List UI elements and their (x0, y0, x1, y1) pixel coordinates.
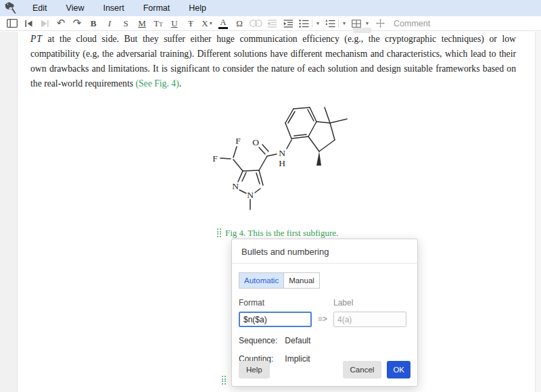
divider (232, 263, 417, 264)
menu-insert[interactable]: Insert (93, 0, 133, 16)
panel-icon (7, 19, 18, 28)
paragraph-text: at the cloud side. But they suffer eithe… (30, 34, 516, 89)
bullet-list-group: ▾ (297, 17, 322, 30)
redo-icon: ↷ (73, 18, 82, 28)
sequence-row: Sequence: Default (239, 336, 408, 345)
table-icon (352, 20, 361, 28)
menu-view[interactable]: View (57, 0, 94, 16)
document-area: PT at the cloud side. But they suffer ei… (0, 32, 541, 392)
menu-help[interactable]: Help (179, 0, 216, 16)
cancel-button[interactable]: Cancel (343, 361, 382, 378)
tab-manual[interactable]: Manual (283, 272, 320, 289)
skip-start-button[interactable] (20, 17, 37, 30)
left-gutter (0, 32, 18, 392)
label-label: Label (333, 298, 406, 308)
undo-icon: ↶ (57, 18, 66, 28)
tt-large: T (154, 18, 159, 29)
numbered-list-group: ▾ (323, 17, 348, 30)
dialog-footer: Help Cancel OK (239, 361, 410, 378)
bullet-list-dropdown[interactable]: ▾ (314, 20, 322, 26)
atom-label-f-left: F (212, 153, 218, 164)
texmacs-editor-window: Edit View Insert Format Help ↶ ↷ B I S M… (0, 0, 541, 392)
dialog-tabs: Automatic Manual (239, 272, 408, 289)
dialog-title: Bullets and numbering (232, 239, 417, 263)
redo-button[interactable]: ↷ (69, 17, 85, 30)
label-preview-input (333, 312, 406, 327)
format-label: Format (239, 298, 312, 308)
chevron-down-icon: ▾ (210, 20, 212, 26)
undo-button[interactable]: ↶ (53, 17, 69, 30)
bullet-list-icon (299, 20, 309, 28)
move-button[interactable] (372, 17, 388, 30)
comment-label[interactable]: Comment (394, 19, 430, 28)
bullet-list-button[interactable] (297, 17, 310, 30)
maps-to-arrow: => (318, 314, 327, 324)
numbered-list-icon (325, 20, 335, 28)
font-color-icon: A (218, 18, 228, 29)
molecule-figure: F F O N H N N (188, 94, 367, 218)
atom-label-n-amide: N (279, 148, 285, 158)
atom-label-n-ring-left: N (232, 181, 239, 191)
atom-label-h-amide: H (279, 158, 285, 168)
caption-drag-handle-2[interactable] (222, 376, 226, 385)
scripts-dropdown-button[interactable]: X▾ (199, 17, 215, 30)
smallcaps-button[interactable]: S (118, 17, 134, 30)
ok-button[interactable]: OK (387, 361, 410, 378)
app-logo (0, 0, 23, 16)
tab-automatic[interactable]: Automatic (239, 272, 284, 289)
numbered-list-dropdown[interactable]: ▾ (340, 20, 348, 26)
figure-reference-link[interactable]: (See Fig. 4) (135, 78, 179, 89)
indent-icon (283, 20, 293, 28)
menu-format[interactable]: Format (134, 0, 180, 16)
caption-drag-handle[interactable] (217, 228, 221, 237)
skip-end-button[interactable] (37, 17, 53, 30)
format-row: Format => Label (239, 298, 408, 327)
link-icon (250, 20, 262, 27)
indent-button[interactable] (280, 17, 296, 30)
table-dropdown[interactable]: ▾ (363, 20, 371, 26)
bullets-numbering-dialog: Bullets and numbering Automatic Manual F… (231, 239, 418, 387)
menu-bar: Edit View Insert Format Help (0, 0, 541, 16)
menu-edit[interactable]: Edit (23, 0, 57, 16)
main-toolbar: ↶ ↷ B I S M TT U Ŧ X▾ A Ω ▾ (0, 16, 541, 31)
atom-label-o: O (252, 137, 259, 147)
atom-label-f-top: F (235, 136, 241, 146)
symbol-button[interactable]: Ω (231, 17, 248, 30)
figure-caption[interactable]: Fig 4. This is the first subfigure. (225, 228, 338, 239)
paragraph: PT at the cloud side. But they suffer ei… (30, 32, 516, 91)
numbered-list-button[interactable] (323, 17, 337, 30)
atom-label-n-ring-bottom: N (247, 190, 254, 200)
sequence-label: Sequence: (239, 336, 283, 345)
italic-button[interactable]: I (101, 17, 118, 30)
paragraph-tail: . (179, 78, 181, 89)
scripts-x: X (202, 18, 208, 29)
math-mode-button[interactable]: M (134, 17, 150, 30)
typewriter-button[interactable]: TT (150, 17, 166, 30)
math-symbol-pt: PT (30, 34, 43, 44)
format-input[interactable] (239, 312, 312, 327)
sequence-value: Default (285, 336, 310, 345)
move-crosshair-icon (376, 19, 385, 28)
link-button[interactable] (248, 17, 264, 30)
vertical-scrollbar[interactable] (535, 32, 541, 392)
skip-end-icon (41, 20, 49, 28)
magpie-logo-icon (3, 1, 20, 16)
strikethrough-button[interactable]: Ŧ (183, 17, 199, 30)
tt-small: T (159, 21, 163, 28)
skip-start-icon (24, 20, 33, 28)
outdent-icon (267, 20, 277, 28)
font-color-button[interactable]: A (215, 17, 231, 30)
panel-toggle-button[interactable] (4, 17, 20, 30)
divider (338, 19, 339, 28)
help-button[interactable]: Help (239, 361, 270, 378)
bold-button[interactable]: B (85, 17, 101, 30)
outdent-button[interactable] (264, 17, 280, 30)
underline-button[interactable]: U (166, 17, 183, 30)
divider (312, 19, 312, 28)
